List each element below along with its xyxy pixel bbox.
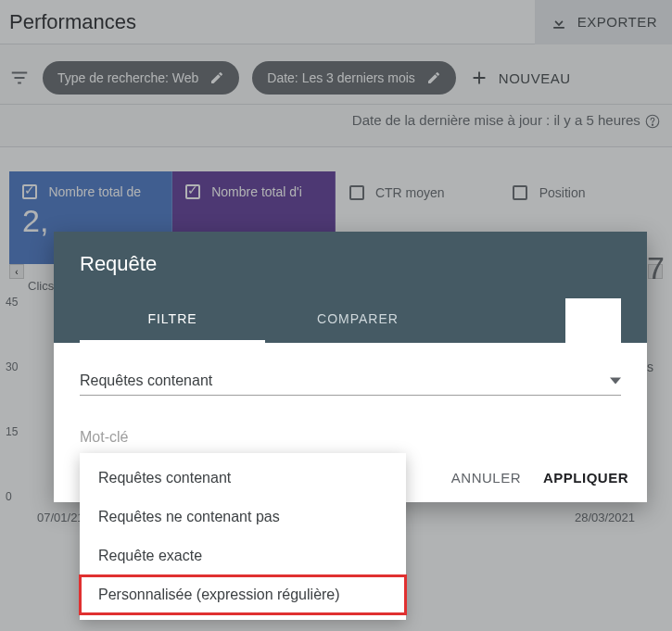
dialog-tab-spacer <box>565 298 621 343</box>
dialog-header: Requête FILTRE COMPARER <box>54 232 647 343</box>
cancel-button[interactable]: ANNULER <box>451 470 521 486</box>
filter-type-select[interactable]: Requêtes contenant <box>80 367 621 396</box>
select-value: Requêtes contenant <box>80 372 212 389</box>
tab-filter[interactable]: FILTRE <box>80 298 265 343</box>
dialog-tabs: FILTRE COMPARER <box>80 298 621 343</box>
dropdown-item-not-contains[interactable]: Requêtes ne contenant pas <box>80 498 406 536</box>
tab-compare[interactable]: COMPARER <box>265 298 450 343</box>
dialog-title: Requête <box>80 252 621 276</box>
dropdown-item-exact[interactable]: Requête exacte <box>80 536 406 575</box>
keyword-input[interactable]: Mot-clé <box>80 429 621 446</box>
chevron-down-icon <box>610 375 621 386</box>
dialog-body: Requêtes contenant Mot-clé <box>54 343 647 457</box>
filter-type-dropdown: Requêtes contenant Requêtes ne contenant… <box>80 453 406 620</box>
dropdown-item-contains[interactable]: Requêtes contenant <box>80 459 406 498</box>
apply-button[interactable]: APPLIQUER <box>543 470 628 486</box>
dropdown-item-regex[interactable]: Personnalisée (expression régulière) <box>80 575 406 614</box>
